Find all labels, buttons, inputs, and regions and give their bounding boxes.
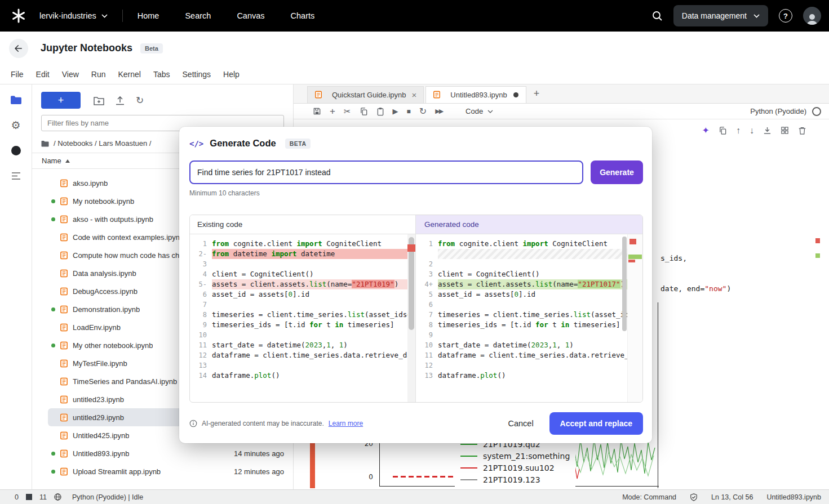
back-button[interactable] bbox=[9, 39, 28, 58]
scrollbar-thumb[interactable] bbox=[622, 237, 627, 331]
file-row[interactable]: Untitled893.ipynb 14 minutes ago bbox=[32, 444, 293, 462]
chart-red-dashes bbox=[393, 476, 453, 478]
extensions-gear-icon[interactable]: ⚙ bbox=[10, 119, 22, 131]
move-cell-down-icon[interactable]: ↓ bbox=[750, 126, 754, 136]
code-line: 8timeseries_ids = [t.id for t in timeser… bbox=[416, 320, 642, 330]
move-cell-up-icon[interactable]: ↑ bbox=[736, 126, 741, 136]
nav-link[interactable]: Canvas bbox=[237, 11, 264, 20]
nav-link[interactable]: Charts bbox=[291, 11, 315, 20]
menu-item[interactable]: Kernel bbox=[112, 70, 147, 79]
diff-mark-added bbox=[628, 255, 642, 259]
kernel-status-icon bbox=[812, 107, 821, 116]
nav-link[interactable]: Home bbox=[138, 11, 159, 20]
code-diff-container: Existing code Generated code 1from cogni… bbox=[189, 215, 643, 403]
restart-run-all-icon[interactable]: ▶▶ bbox=[435, 108, 442, 115]
menu-item[interactable]: View bbox=[56, 70, 85, 79]
chart-legend: 21PT1019.qu2 system_21:something 21PT101… bbox=[455, 437, 575, 487]
kernel-running-dot bbox=[51, 199, 55, 203]
file-name: My other notebook.ipynb bbox=[73, 341, 153, 350]
menu-item[interactable]: Run bbox=[85, 70, 112, 79]
paste-icon[interactable] bbox=[376, 107, 384, 116]
cell-type-select[interactable]: Code bbox=[466, 107, 493, 115]
chevron-down-icon bbox=[487, 110, 493, 113]
file-row[interactable]: Upload Streamlit app.ipynb 12 minutes ag… bbox=[32, 462, 293, 480]
insert-cell-below-icon[interactable] bbox=[763, 126, 772, 135]
code-line: 6asset_id = assets[0].id bbox=[190, 289, 415, 300]
disclaimer-text: AI-generated content may be inaccurate. bbox=[202, 420, 324, 427]
run-icon[interactable]: ▶ bbox=[393, 107, 398, 115]
kernel-name: Python (Pyodide) bbox=[750, 107, 806, 115]
notebook-file-icon bbox=[60, 395, 68, 404]
help-icon[interactable]: ? bbox=[777, 7, 795, 25]
generated-code-header: Generated code bbox=[416, 215, 642, 234]
file-name: Untitled425.ipynb bbox=[73, 431, 129, 440]
data-management-menu-button[interactable]: Data management bbox=[673, 5, 768, 26]
new-folder-icon[interactable] bbox=[94, 96, 104, 105]
kernel-status-text[interactable]: Python (Pyodide) | Idle bbox=[72, 493, 143, 501]
modal-header: </> Generate Code BETA bbox=[179, 127, 652, 149]
new-tab-button[interactable]: + bbox=[528, 88, 546, 100]
modal-title: Generate Code bbox=[210, 138, 276, 149]
cancel-button[interactable]: Cancel bbox=[501, 414, 540, 432]
refresh-icon[interactable]: ↻ bbox=[136, 95, 144, 106]
notebook-file-icon bbox=[60, 269, 68, 278]
code-line: 12dataframe = client.time_series.data.re… bbox=[190, 350, 415, 360]
new-launcher-button[interactable]: + bbox=[41, 92, 81, 109]
chevron-down-icon bbox=[101, 14, 108, 18]
scrollbar-track[interactable] bbox=[407, 234, 415, 402]
generate-code-sparkle-icon[interactable]: ✦ bbox=[702, 125, 710, 136]
tab-untitled893[interactable]: Untitled893.ipynb bbox=[425, 86, 526, 103]
cognite-logo-icon[interactable] bbox=[10, 7, 27, 24]
notebook-file-icon bbox=[60, 377, 68, 386]
running-kernels-icon[interactable] bbox=[10, 144, 22, 157]
code-line: 1from cognite.client import CogniteClien… bbox=[190, 239, 415, 249]
code-brackets-icon: </> bbox=[189, 139, 203, 148]
save-icon[interactable] bbox=[313, 107, 321, 115]
partial-code-line: date, end="now") bbox=[660, 284, 731, 294]
diff-mark-removed bbox=[407, 244, 415, 252]
code-line: 9 bbox=[416, 330, 642, 340]
cell-options-icon[interactable] bbox=[781, 126, 789, 135]
table-of-contents-icon[interactable] bbox=[10, 170, 22, 182]
cursor-position[interactable]: Ln 13, Col 56 bbox=[711, 493, 753, 501]
accept-and-replace-button[interactable]: Accept and replace bbox=[549, 412, 643, 435]
code-line: 8timeseries = client.time_series.list(as… bbox=[190, 310, 415, 320]
file-name: My notebook.ipynb bbox=[73, 197, 134, 206]
notebook-file-icon bbox=[60, 215, 68, 224]
menu-item[interactable]: Settings bbox=[176, 70, 218, 79]
file-name: untitled23.ipynb bbox=[73, 395, 124, 404]
notebook-file-icon bbox=[60, 305, 68, 314]
code-line: 11dataframe = client.time_series.data.re… bbox=[416, 350, 642, 360]
search-icon[interactable] bbox=[649, 8, 665, 24]
upload-icon[interactable] bbox=[115, 96, 125, 105]
restart-kernel-icon[interactable]: ↻ bbox=[419, 106, 427, 117]
learn-more-link[interactable]: Learn more bbox=[329, 420, 363, 427]
close-icon[interactable]: × bbox=[411, 90, 418, 100]
menu-item[interactable]: Edit bbox=[30, 70, 56, 79]
menu-item[interactable]: Help bbox=[217, 70, 246, 79]
delete-cell-icon[interactable] bbox=[798, 126, 806, 135]
kernel-indicator[interactable]: Python (Pyodide) bbox=[750, 107, 821, 116]
prompt-input[interactable] bbox=[189, 160, 583, 184]
partial-code-line: s_ids, bbox=[660, 253, 731, 264]
tab-quickstart-guide[interactable]: Quickstart Guide.ipynb × bbox=[307, 86, 424, 103]
code-line: 1from cognite.client import CogniteClien… bbox=[416, 239, 642, 249]
file-browser-icon[interactable] bbox=[10, 93, 22, 106]
user-avatar[interactable] bbox=[803, 7, 821, 25]
code-line: 10start_date = datetime(2023,1, 1) bbox=[416, 340, 642, 350]
generate-button[interactable]: Generate bbox=[591, 160, 643, 184]
terminal-count: 0 bbox=[15, 493, 19, 501]
menu-item[interactable]: File bbox=[5, 70, 30, 79]
nav-link[interactable]: Search bbox=[185, 11, 211, 20]
trust-shield-icon bbox=[690, 493, 698, 501]
menu-item[interactable]: Tabs bbox=[147, 70, 176, 79]
project-selector[interactable]: lervik-industries bbox=[39, 11, 108, 20]
insert-cell-icon[interactable]: + bbox=[330, 106, 335, 117]
stop-icon[interactable]: ■ bbox=[407, 108, 411, 115]
generate-code-modal: </> Generate Code BETA Generate Minimum … bbox=[179, 127, 652, 443]
unsaved-changes-dot[interactable] bbox=[513, 92, 518, 97]
cut-icon[interactable]: ✂ bbox=[344, 106, 351, 117]
duplicate-cell-icon[interactable] bbox=[719, 126, 727, 135]
code-line: 13dataframe.plot() bbox=[416, 371, 642, 381]
copy-icon[interactable] bbox=[360, 107, 368, 116]
